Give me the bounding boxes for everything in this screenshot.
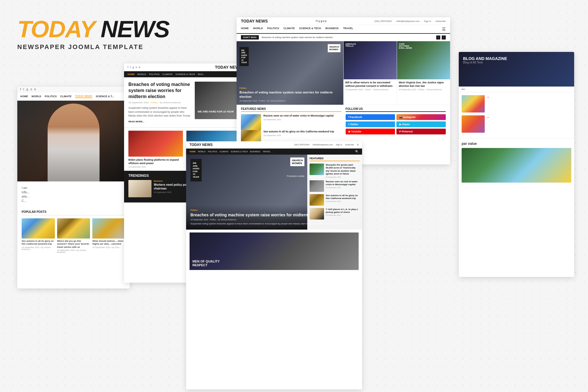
pinterest-btn[interactable]: P Pinterest bbox=[396, 129, 446, 134]
nav-bc-world[interactable]: WORLD bbox=[198, 151, 205, 153]
hero-image-left bbox=[17, 101, 130, 181]
side-feat-meta-1: 18 September 2022 · Politics · Victoria … bbox=[345, 89, 395, 91]
nav-tr-climate[interactable]: CLIMATE bbox=[284, 27, 295, 31]
blog-text-1-pr: ... ... bbox=[487, 95, 489, 112]
side-feat-1-tr[interactable]: A$$HOLESTROLLS Bill to allow minors to b… bbox=[343, 41, 397, 105]
article-image-center bbox=[195, 82, 241, 119]
grid-article-1[interactable]: Biden plans floating platforms to expand… bbox=[128, 131, 183, 168]
signin-tr[interactable]: Sign In bbox=[424, 20, 431, 22]
header-bottom-center: TODAY NEWS (091) 555TODAY hello@todaynew… bbox=[186, 141, 362, 149]
nav-tr-business[interactable]: BUSINESS bbox=[325, 27, 339, 31]
ig-icon: o bbox=[136, 66, 137, 69]
blog-item-1-pr[interactable]: ... ... bbox=[462, 95, 571, 112]
contact-top-right: (091) 555TODAY hello@todaynews.com Sign … bbox=[374, 20, 446, 22]
header-center: f t g o e TODAY NEWS bbox=[124, 63, 245, 71]
nav-bc-home[interactable]: HOME bbox=[190, 151, 196, 153]
read-more-center[interactable]: READ MORE... bbox=[128, 120, 241, 123]
feat-img-bc-4 bbox=[310, 208, 324, 220]
prev-btn[interactable]: ‹ bbox=[436, 35, 440, 40]
feat-meta-tr: 18 September 2022 · Politics · by Victor… bbox=[239, 100, 340, 102]
nav-bar-tr: HOME WORLD POLITICS CLIMATE SCIENCE & TE… bbox=[237, 25, 450, 34]
nav-bc-business[interactable]: BUSINESS bbox=[250, 151, 260, 153]
youtube-btn[interactable]: ▶ Youtube bbox=[346, 129, 395, 134]
feat-img-bc-3 bbox=[310, 194, 324, 206]
nav-tr-politics[interactable]: POLITICS bbox=[267, 27, 279, 31]
search-icon-bc[interactable]: 🔍 bbox=[355, 150, 359, 153]
nav-science[interactable]: SCIENCE & T... bbox=[96, 95, 114, 98]
nav-c-world[interactable]: WORLD bbox=[137, 73, 146, 76]
nav-tr-home[interactable]: HOME bbox=[241, 27, 249, 31]
page-container: TODAY NEWS NEWSPAPER JOOMLA TEMPLATE f t… bbox=[0, 0, 588, 392]
nav-c-politics[interactable]: POLITICS bbox=[149, 73, 160, 76]
nav-bar-bc: HOME WORLD POLITICS CLIMATE SCIENCE & TE… bbox=[186, 149, 362, 155]
feat-item-bc-4[interactable]: 7 chill places in L.A. to play a pickup … bbox=[310, 208, 360, 220]
feat-title-1-tr: Racism seen as root of water crisis in M… bbox=[263, 114, 334, 118]
feat-text-bc-3: See autumn in all its glory on this Cali… bbox=[326, 194, 360, 206]
blog-item-2-pr[interactable]: ... bbox=[462, 115, 571, 133]
nav-world[interactable]: WORLD bbox=[31, 95, 41, 98]
side-feat-img-2: OVERANYTHINGEVEN...MORE bbox=[397, 41, 450, 79]
subscribe-bc[interactable]: Subscribe bbox=[345, 144, 354, 146]
blog-img-1-pr bbox=[462, 95, 485, 112]
social-buttons-tr: f Facebook 📷 Instagram t Twitter ▶ Vimeo… bbox=[346, 114, 446, 134]
dont-miss-bar: DON'T MISS Breaches of voting machine sy… bbox=[237, 34, 450, 41]
post-item-1[interactable]: See autumn in all its glory on this Cali… bbox=[22, 218, 55, 253]
nav-bc-climate[interactable]: CLIMATE bbox=[220, 151, 229, 153]
main-feat-overlay-tr: Politics Breaches of voting machine syst… bbox=[237, 84, 343, 105]
post-meta-1: 18 September 2022 • by Victoria Anderson bbox=[22, 246, 55, 250]
post-image-1 bbox=[22, 218, 55, 239]
next-btn[interactable]: › bbox=[442, 35, 446, 40]
nav-c-bus[interactable]: BUS... bbox=[198, 73, 205, 76]
menu-icon-tr[interactable]: ☰ bbox=[442, 27, 446, 31]
feat-item-1-tr[interactable]: Racism seen as root of water crisis in M… bbox=[241, 114, 341, 130]
feat-title-2-tr: See autumn in all its glory on this Cali… bbox=[263, 130, 334, 134]
dont-miss-label: DON'T MISS bbox=[241, 35, 259, 40]
facebook-btn[interactable]: f Facebook bbox=[346, 114, 395, 120]
feat-title-bc-2: Racism seen as root of water crisis in M… bbox=[326, 180, 360, 186]
social-bar-left: f t g o e bbox=[17, 87, 130, 92]
feat-title-tr: Breaches of voting machine system raise … bbox=[239, 90, 340, 99]
grid-meta-1: 18 September 2022 bbox=[128, 166, 183, 168]
hero-bc: WEAREHARDFOR10YEAR #MARCHWOMEN Protester… bbox=[186, 155, 362, 230]
blog-sub-pr: Blog of All Time bbox=[463, 61, 570, 64]
nav-bc-science[interactable]: SCIENCE & TECH bbox=[231, 151, 248, 153]
nav-politics[interactable]: POLITICS bbox=[45, 95, 57, 98]
featured-news-tr: FEATURED NEWS Racism seen as root of wat… bbox=[241, 107, 341, 146]
main-article-center: Breaches of voting machine system raise … bbox=[124, 77, 245, 127]
email-icon: e bbox=[34, 88, 36, 91]
nav-c-science[interactable]: SCIENCE & TECH bbox=[175, 73, 195, 76]
nav-c-climate[interactable]: CLIMATE bbox=[162, 73, 173, 76]
nav-c-home[interactable]: HOME bbox=[128, 73, 134, 76]
vimeo-btn[interactable]: ▶ Vimeo bbox=[396, 121, 446, 127]
post-title-2: Where did you go this summer? Share your… bbox=[57, 240, 90, 249]
feat-item-bc-2[interactable]: Racism seen as root of water crisis in M… bbox=[310, 180, 360, 192]
feat-title-bc-1: Mosquito fire grows past 50,000 acres in… bbox=[326, 164, 360, 176]
instagram-btn[interactable]: 📷 Instagram bbox=[396, 114, 446, 120]
side-feat-info-2: West Virginia Gov. Jim Justice signs abo… bbox=[397, 79, 450, 92]
feat-item-bc-1[interactable]: Mosquito fire grows past 50,000 acres in… bbox=[310, 164, 360, 178]
subscribe-tr[interactable]: Subscribe bbox=[435, 20, 446, 22]
nav-tr-travel[interactable]: TRAVEL bbox=[343, 27, 353, 31]
feat-item-bc-3[interactable]: See autumn in all its glory on this Cali… bbox=[310, 194, 360, 206]
post-item-3[interactable]: What should airlines... when flights are… bbox=[92, 218, 126, 253]
grid-title-1: Biden plans floating platforms to expand… bbox=[128, 158, 183, 165]
follow-us-title-tr: FOLLOW US bbox=[346, 107, 446, 112]
logo-bc: TODAY NEWS bbox=[190, 143, 213, 147]
blog-header-pr: BLOG AND MAGAZINE Blog of All Time bbox=[459, 52, 574, 87]
nav-today-news[interactable]: TODAY NEWS bbox=[75, 95, 92, 98]
post-item-2[interactable]: Where did you go this summer? Share your… bbox=[57, 218, 90, 253]
nav-tr-world[interactable]: WORLD bbox=[253, 27, 263, 31]
nav-tr-science[interactable]: SCIENCE & TECH bbox=[299, 27, 321, 31]
twitter-btn[interactable]: t Twitter bbox=[346, 121, 395, 127]
signin-bc[interactable]: Sign In bbox=[336, 144, 342, 146]
feat-title-bc-3: See autumn in all its glory on this Cali… bbox=[326, 194, 360, 200]
side-feat-2-tr[interactable]: OVERANYTHINGEVEN...MORE West Virginia Go… bbox=[397, 41, 450, 105]
nav-climate[interactable]: CLIMATE bbox=[60, 95, 72, 98]
nav-home[interactable]: HOME bbox=[20, 95, 28, 98]
nav-bc-politics[interactable]: POLITICS bbox=[208, 151, 217, 153]
girl-figure bbox=[48, 104, 100, 181]
nav-bc-travel[interactable]: TRAVEL bbox=[263, 151, 270, 153]
main-feature-tr[interactable]: WEAREHARDFOR10YEAR #MARCHWOMEN Politics … bbox=[237, 41, 343, 105]
menu-bc[interactable]: ☰ bbox=[357, 144, 359, 146]
phone-tr: (091) 555TODAY bbox=[374, 20, 392, 22]
